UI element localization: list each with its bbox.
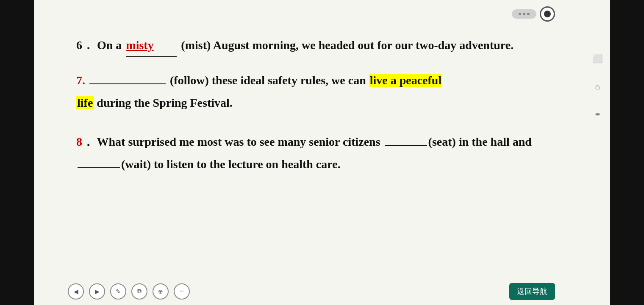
menu-icon: ≡ [595, 110, 600, 119]
q7-blank [89, 83, 166, 84]
more-icon: ··· [180, 288, 184, 295]
q7-highlight-life: life [76, 96, 94, 109]
q8-blank1 [385, 145, 427, 146]
dots-pill[interactable] [512, 9, 536, 19]
main-content-area: 6． On a misty (mist) August morning, we … [34, 0, 585, 305]
q6-blank: misty [126, 34, 177, 57]
dot1 [519, 13, 521, 15]
prev-icon: ◀ [74, 288, 78, 295]
record-button[interactable] [540, 6, 555, 22]
sidebar-icon-menu[interactable]: ≡ [590, 107, 605, 122]
square-icon: ⬜ [592, 53, 603, 64]
question-6: 6． On a misty (mist) August morning, we … [76, 34, 564, 57]
bottom-toolbar: ◀ ▶ ✎ ⧉ ⊕ ··· 返回导航 [68, 283, 555, 300]
question-8: 8． What surprised me most was to see man… [76, 130, 564, 175]
q6-answer: misty [126, 39, 153, 52]
right-black-bar [610, 0, 644, 305]
q8-number: 8 [76, 135, 82, 148]
sidebar-icon-home[interactable]: ⌂ [590, 79, 605, 94]
copy-icon: ⧉ [137, 288, 142, 295]
home-icon: ⌂ [595, 82, 600, 92]
record-icon-inner [544, 11, 551, 17]
question-7: 7. (follow) these ideal safety rules, we… [76, 69, 564, 114]
nav-back-button[interactable]: 返回导航 [509, 283, 555, 300]
q8-blank2 [78, 167, 120, 168]
toolbar-left: ◀ ▶ ✎ ⧉ ⊕ ··· [68, 283, 190, 299]
dot2 [523, 13, 525, 15]
prev-button[interactable]: ◀ [68, 283, 84, 299]
q7-hint: (follow) [170, 74, 209, 87]
pen-button[interactable]: ✎ [110, 283, 126, 299]
right-sidebar: ⬜ ⌂ ≡ [585, 0, 610, 305]
sidebar-icon-square[interactable]: ⬜ [590, 51, 605, 66]
q7-number: 7. [76, 74, 85, 87]
search-icon: ⊕ [158, 288, 163, 295]
q7-highlight: live a peaceful [369, 74, 443, 87]
q6-number: 6． [76, 39, 94, 52]
next-button[interactable]: ▶ [89, 283, 105, 299]
q6-hint: (mist) [181, 39, 211, 52]
top-controls [512, 6, 555, 22]
q8-text: 8． What surprised me most was to see man… [76, 135, 532, 171]
more-button[interactable]: ··· [174, 283, 190, 299]
dot3 [527, 13, 530, 15]
next-icon: ▶ [95, 288, 100, 295]
copy-button[interactable]: ⧉ [131, 283, 147, 299]
q6-text: 6． On a misty (mist) August morning, we … [76, 39, 514, 52]
left-black-bar [0, 0, 34, 305]
search-button[interactable]: ⊕ [153, 283, 169, 299]
q7-text: 7. (follow) these ideal safety rules, we… [76, 74, 442, 109]
pen-icon: ✎ [116, 288, 121, 295]
